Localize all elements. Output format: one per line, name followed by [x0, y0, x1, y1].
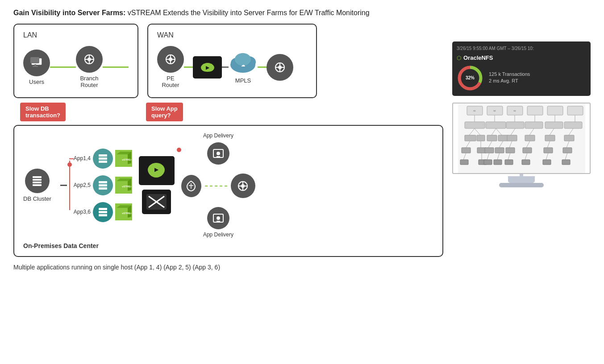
- firewall-icon: [181, 175, 201, 197]
- db-cluster-icon: [25, 169, 50, 193]
- svg-point-53: [217, 152, 220, 155]
- svg-text:N3: N3: [513, 110, 516, 112]
- app-delivery-section: App Delivery: [181, 132, 255, 238]
- footer-text: Multiple applications running on single …: [13, 264, 443, 271]
- mpls-cloud-icon: ☁: [229, 50, 258, 75]
- title-bold: Gain Visibility into Server Farms:: [13, 9, 125, 17]
- svg-text:32%: 32%: [466, 75, 475, 80]
- monitor-screen: N1 N2 N3: [452, 103, 591, 174]
- dc-switch-main: ▶: [139, 156, 175, 185]
- svg-rect-81: [465, 122, 485, 128]
- lan-network-row: Users B: [23, 46, 129, 88]
- monitor-base: [499, 183, 544, 187]
- topology-svg: N1 N2 N3: [458, 104, 585, 173]
- svg-rect-29: [99, 161, 107, 163]
- app-delivery-1: App Delivery: [181, 132, 255, 165]
- pe-router-label: PERouter: [162, 75, 179, 88]
- svg-rect-82: [486, 122, 506, 128]
- oracle-icon: ⬡: [457, 55, 461, 61]
- wan-router-right-icon: [267, 54, 293, 81]
- users-group: Users: [23, 50, 50, 85]
- svg-rect-74: [567, 106, 583, 115]
- oracle-nfs-monitor: 3/26/15 9:55:00 AM GMT – 3/26/15 10: ⬡ O…: [452, 41, 591, 96]
- vstream-wan-group: ▶: [193, 56, 222, 79]
- red-dot-1: [67, 161, 72, 169]
- svg-rect-96: [477, 135, 485, 141]
- svg-rect-102: [564, 135, 574, 141]
- svg-rect-99: [507, 135, 517, 141]
- svg-rect-4: [33, 66, 38, 67]
- svg-point-60: [217, 216, 220, 220]
- avg-rt-label: 2 ms Avg. RT: [489, 78, 530, 83]
- monitor1-timestamp: 3/26/15 9:55:00 AM GMT – 3/26/15 10:: [457, 46, 586, 51]
- svg-rect-2: [30, 57, 39, 63]
- svg-rect-100: [525, 135, 535, 141]
- svg-rect-26: [33, 184, 42, 186]
- app1-hline: [69, 158, 74, 159]
- wan-network-row: PERouter ▶: [157, 46, 307, 88]
- svg-rect-72: [527, 106, 543, 115]
- svg-rect-98: [498, 135, 508, 141]
- main-container: Gain Visibility into Server Farms: vSTRE…: [0, 0, 604, 280]
- svg-rect-97: [487, 135, 497, 141]
- svg-rect-3: [34, 64, 36, 66]
- svg-rect-85: [545, 122, 563, 128]
- svg-rect-43: [99, 214, 107, 216]
- diagram-area: LAN: [13, 24, 591, 271]
- wan-line3: [258, 66, 267, 68]
- monitor-stand-group: [452, 174, 591, 176]
- svg-rect-86: [564, 122, 582, 128]
- left-diagram: LAN: [13, 24, 443, 271]
- mpls-label: MPLS: [235, 77, 251, 84]
- app1-server-icon: [93, 149, 113, 169]
- dc-switch-secondary: [142, 190, 171, 214]
- svg-rect-23: [33, 176, 42, 178]
- svg-rect-117: [544, 148, 553, 153]
- app2-server-icon: [93, 175, 113, 195]
- app1-row: App1,4: [74, 149, 132, 169]
- app2-vstream: vSTREAM: [115, 177, 132, 194]
- svg-rect-24: [33, 179, 42, 181]
- wan-line2: [222, 66, 229, 68]
- lan-line2: [103, 66, 129, 68]
- dc-box: DB Cluster App1,4: [13, 125, 443, 257]
- donut-chart: 32%: [457, 65, 483, 91]
- oracle-nfs-label: OracleNFS: [463, 54, 493, 61]
- slow-app-text: Slow App: [151, 105, 178, 112]
- pe-router-icon: [157, 46, 184, 73]
- svg-rect-133: [543, 160, 551, 165]
- svg-rect-111: [462, 148, 471, 153]
- app3-server-icon: [93, 202, 113, 222]
- svg-rect-134: [562, 160, 570, 165]
- svg-rect-115: [506, 148, 515, 153]
- monitor-stats: 125 k Transactions 2 ms Avg. RT: [489, 71, 530, 85]
- lan-box: LAN: [13, 24, 138, 98]
- wan-router-right-group: [267, 54, 293, 81]
- svg-rect-27: [99, 154, 107, 157]
- monitor-dot: [520, 174, 523, 176]
- db-cluster-label: DB Cluster: [23, 195, 51, 202]
- network-boxes: LAN: [13, 24, 443, 98]
- desktop-monitor-container: N1 N2 N3: [452, 103, 591, 187]
- db-cluster-group: DB Cluster: [23, 169, 51, 202]
- transactions-label: 125 k Transactions: [489, 71, 530, 77]
- mpls-group: ☁ MPLS: [229, 50, 258, 84]
- right-monitors: 3/26/15 9:55:00 AM GMT – 3/26/15 10: ⬡ O…: [452, 41, 591, 271]
- svg-rect-83: [506, 122, 524, 128]
- svg-rect-42: [99, 211, 107, 213]
- dc-label: On-Premises Data Center: [23, 242, 433, 249]
- svg-rect-132: [522, 160, 530, 165]
- svg-rect-113: [485, 148, 494, 153]
- svg-rect-127: [460, 160, 468, 165]
- svg-rect-36: [99, 187, 107, 190]
- svg-text:vSTREAM: vSTREAM: [122, 212, 131, 215]
- wan-line1: [184, 66, 193, 68]
- app3-row: App3,6: [74, 202, 132, 222]
- app-delivery-label2: App Delivery: [203, 232, 233, 238]
- app1-vstream: vSTREAM: [115, 150, 132, 167]
- svg-rect-130: [494, 160, 502, 165]
- svg-rect-116: [523, 148, 532, 153]
- users-icon: [23, 50, 50, 76]
- red-dot-2: [177, 146, 181, 154]
- slow-app-text2: query?: [151, 112, 178, 119]
